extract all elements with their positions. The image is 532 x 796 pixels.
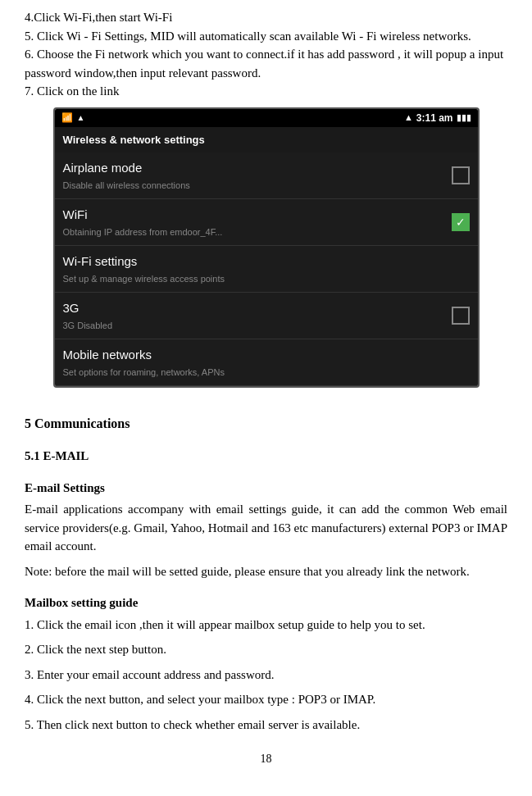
mailbox-step: 4. Click the next button, and select you…	[25, 690, 507, 709]
mailbox-step: 1. Click the email icon ,then it will ap…	[25, 616, 507, 635]
settings-item-subtitle: Disable all wireless connections	[63, 179, 452, 193]
status-bar-left: 📶 ▲	[61, 111, 85, 125]
settings-item: 3G3G Disabled	[55, 293, 478, 339]
settings-checkbox[interactable]	[452, 166, 470, 184]
section51-text: E-mail applications accompany with email…	[25, 500, 507, 556]
settings-item-content: Wi-Fi settingsSet up & manage wireless a…	[63, 252, 470, 285]
settings-item-subtitle: Obtaining IP address from emdoor_4F...	[63, 225, 452, 239]
settings-item-content: Airplane modeDisable all wireless connec…	[63, 159, 452, 192]
settings-item-content: 3G3G Disabled	[63, 299, 452, 332]
settings-item-title: 3G	[63, 299, 452, 318]
settings-item: Airplane modeDisable all wireless connec…	[55, 152, 478, 199]
settings-item-title: Wi-Fi settings	[63, 252, 470, 271]
settings-item: Wi-Fi settingsSet up & manage wireless a…	[55, 246, 478, 293]
screen-header: Wireless & network settings	[55, 127, 478, 153]
wifi-icon: ▲	[404, 111, 413, 125]
note-label: Note:	[25, 565, 52, 578]
phone-icon: 📶	[61, 111, 73, 125]
phone-screenshot: 📶 ▲ ▲ 3:11 am ▮▮▮ Wireless & network set…	[53, 107, 480, 389]
settings-item-subtitle: Set options for roaming, networks, APNs	[63, 366, 470, 380]
note-body: before the mail will be setted guide, pl…	[52, 565, 469, 578]
mailbox-step: 2. Click the next step button.	[25, 640, 507, 659]
settings-item-content: Mobile networksSet options for roaming, …	[63, 346, 470, 379]
intro-section: 4.Click Wi-Fi,then start Wi-Fi 5. Click …	[25, 8, 507, 101]
settings-item: Mobile networksSet options for roaming, …	[55, 339, 478, 386]
section51-title: 5.1 E-MAIL	[25, 447, 507, 466]
settings-item-title: WiFi	[63, 206, 452, 225]
mailbox-step: 3. Enter your email account address and …	[25, 666, 507, 685]
settings-item-subtitle: 3G Disabled	[63, 319, 452, 333]
intro-line4: 7. Click on the link	[25, 82, 507, 101]
settings-item: WiFiObtaining IP address from emdoor_4F.…	[55, 199, 478, 246]
settings-item-content: WiFiObtaining IP address from emdoor_4F.…	[63, 206, 452, 239]
intro-line3: 6. Choose the Fi network which you want …	[25, 45, 507, 82]
mailbox-bold: Mailbox setting guide	[25, 594, 507, 612]
page-number: 18	[25, 750, 507, 767]
settings-item-title: Mobile networks	[63, 346, 470, 365]
settings-item-title: Airplane mode	[63, 159, 452, 178]
signal-icon: ▲	[77, 111, 85, 124]
section51-bold: E-mail Settings	[25, 479, 507, 498]
note-text: Note: before the mail will be setted gui…	[25, 562, 507, 581]
section51: 5.1 E-MAIL E-mail Settings E-mail applic…	[25, 447, 507, 734]
screen-title: Wireless & network settings	[63, 134, 205, 146]
time-display: 3:11 am	[416, 111, 453, 125]
settings-checkbox[interactable]	[452, 213, 470, 231]
settings-list: Airplane modeDisable all wireless connec…	[55, 152, 478, 386]
section5-title: 5 Communications	[25, 414, 507, 434]
battery-icon: ▮▮▮	[457, 111, 471, 125]
settings-checkbox[interactable]	[452, 307, 470, 325]
intro-line1: 4.Click Wi-Fi,then start Wi-Fi	[25, 8, 507, 27]
mailbox-steps: 1. Click the email icon ,then it will ap…	[25, 616, 507, 735]
settings-item-subtitle: Set up & manage wireless access points	[63, 272, 470, 286]
mailbox-step: 5. Then click next button to check wheth…	[25, 716, 507, 735]
status-bar: 📶 ▲ ▲ 3:11 am ▮▮▮	[55, 109, 478, 127]
intro-line2: 5. Click Wi - Fi Settings, MID will auto…	[25, 27, 507, 46]
